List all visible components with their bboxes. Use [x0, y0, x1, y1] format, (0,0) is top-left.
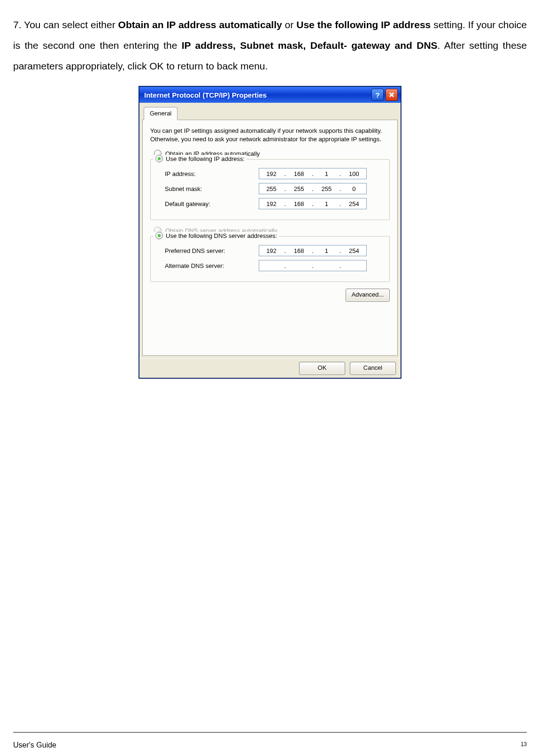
footer-title: User's Guide: [13, 741, 56, 749]
radio-use-ip[interactable]: [155, 155, 163, 162]
dialog-button-row: OK Cancel: [139, 359, 401, 378]
close-button[interactable]: [386, 89, 398, 101]
ip-address-label: IP address:: [157, 170, 259, 177]
dialog-title: Internet Protocol (TCP/IP) Properties: [144, 91, 370, 99]
radio-use-dns-label: Use the following DNS server addresses:: [166, 232, 277, 239]
help-button[interactable]: ?: [371, 89, 384, 101]
tcpip-properties-dialog: Internet Protocol (TCP/IP) Properties ? …: [139, 86, 401, 378]
radio-use-dns[interactable]: [155, 232, 163, 239]
ip-address-input[interactable]: 192. 168. 1. 100: [259, 168, 367, 179]
preferred-dns-label: Preferred DNS server:: [157, 247, 259, 254]
subnet-mask-input[interactable]: 255. 255. 255. 0: [259, 183, 367, 194]
cancel-button[interactable]: Cancel: [350, 362, 396, 375]
subnet-mask-label: Subnet mask:: [157, 185, 259, 192]
default-gateway-label: Default gateway:: [157, 200, 259, 207]
description-text: You can get IP settings assigned automat…: [150, 127, 390, 143]
ip-group: Use the following IP address: IP address…: [150, 159, 390, 220]
page-number: 13: [521, 741, 527, 749]
preferred-dns-input[interactable]: 192. 168. 1. 254: [259, 245, 367, 256]
default-gateway-input[interactable]: 192. 168. 1. 254: [259, 198, 367, 209]
advanced-button[interactable]: Advanced...: [346, 289, 390, 302]
close-icon: [389, 92, 394, 98]
dns-group: Use the following DNS server addresses: …: [150, 236, 390, 282]
tabstrip: General: [142, 106, 398, 120]
alternate-dns-input[interactable]: . . .: [259, 260, 367, 271]
tab-general[interactable]: General: [144, 107, 177, 120]
instruction-text: 7. You can select either Obtain an IP ad…: [13, 15, 527, 76]
radio-use-ip-label: Use the following IP address:: [166, 155, 245, 162]
alternate-dns-label: Alternate DNS server:: [157, 262, 259, 269]
footer-divider: [13, 732, 527, 733]
titlebar: Internet Protocol (TCP/IP) Properties ?: [139, 87, 401, 103]
ok-button[interactable]: OK: [299, 362, 345, 375]
